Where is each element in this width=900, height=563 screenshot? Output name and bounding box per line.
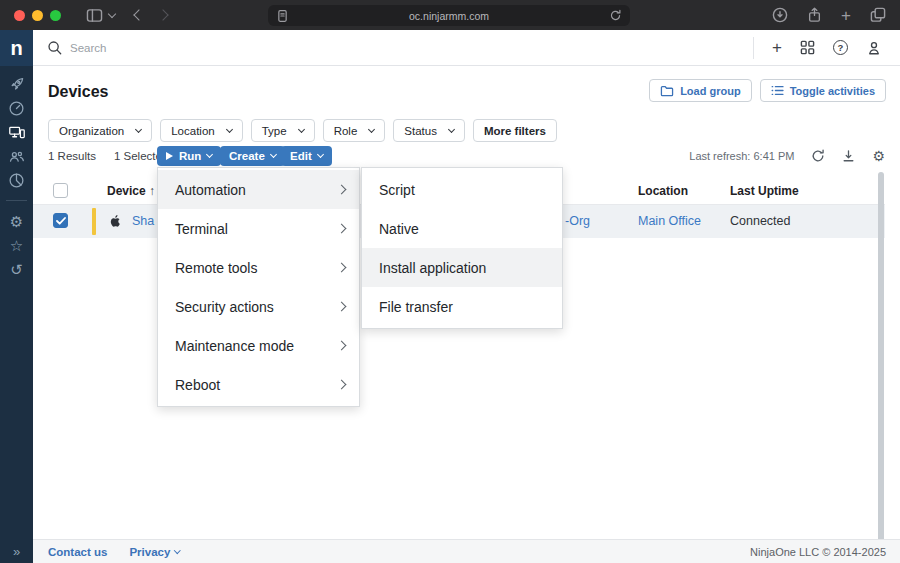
privacy-link[interactable]: Privacy xyxy=(129,546,179,558)
page-footer: Contact us Privacy NinjaOne LLC © 2014-2… xyxy=(33,539,900,563)
folder-icon xyxy=(660,85,674,97)
run-button[interactable]: Run xyxy=(157,146,221,166)
traffic-lights xyxy=(14,10,68,21)
chevron-down-icon xyxy=(226,125,233,132)
sidebar-nav: ⚙ ☆ ↺ » xyxy=(0,66,33,563)
apple-icon xyxy=(109,214,121,228)
chevron-right-icon xyxy=(337,341,347,351)
chevron-right-icon xyxy=(337,263,347,273)
chevron-down-icon xyxy=(448,125,455,132)
logo-letter: n xyxy=(10,38,22,58)
browser-chrome: oc.ninjarmm.com + xyxy=(0,0,900,30)
chevron-right-icon xyxy=(337,380,347,390)
chevron-right-icon xyxy=(337,185,347,195)
minimize-window-icon[interactable] xyxy=(32,10,43,21)
new-tab-icon[interactable]: + xyxy=(841,7,851,24)
filter-bar: Organization Location Type Role Status M… xyxy=(48,119,557,142)
apps-grid-icon[interactable] xyxy=(800,40,815,55)
refresh-icon[interactable] xyxy=(811,149,825,163)
status-severity-bar xyxy=(92,208,96,235)
more-filters-button[interactable]: More filters xyxy=(473,119,557,142)
menu-item-terminal[interactable]: Terminal xyxy=(158,209,359,248)
tab-overview-icon[interactable] xyxy=(870,7,886,23)
zoom-window-icon[interactable] xyxy=(50,10,61,21)
submenu-item-native[interactable]: Native xyxy=(362,209,562,248)
users-icon[interactable] xyxy=(0,144,33,168)
copyright-text: NinjaOne LLC © 2014-2025 xyxy=(750,546,900,558)
sidebar-menu-chevron-icon[interactable] xyxy=(108,9,116,17)
chevron-down-icon xyxy=(270,151,277,158)
device-column-header[interactable]: Device ↑ xyxy=(107,184,155,198)
create-button[interactable]: Create xyxy=(220,146,285,166)
search-input[interactable] xyxy=(70,42,370,54)
settings-gear-icon[interactable]: ⚙ xyxy=(0,209,33,233)
chevron-down-icon xyxy=(206,151,213,158)
screen: oc.ninjarmm.com + n xyxy=(0,0,900,563)
results-count: 1 Results xyxy=(48,150,96,162)
chevron-right-icon xyxy=(337,224,347,234)
chevron-down-icon xyxy=(174,547,180,553)
rocket-icon[interactable] xyxy=(0,72,33,96)
filter-status[interactable]: Status xyxy=(393,119,465,142)
app-topbar: + ? xyxy=(33,30,900,66)
chevron-down-icon xyxy=(317,151,324,158)
check-icon xyxy=(56,217,66,225)
filter-location[interactable]: Location xyxy=(160,119,242,142)
ninjaone-logo[interactable]: n xyxy=(0,30,33,66)
play-icon xyxy=(166,152,173,160)
menu-item-automation[interactable]: Automation xyxy=(158,170,359,209)
menu-item-reboot[interactable]: Reboot xyxy=(158,365,359,404)
menu-item-maintenance-mode[interactable]: Maintenance mode xyxy=(158,326,359,365)
chevron-down-icon xyxy=(298,125,305,132)
page-title: Devices xyxy=(48,83,109,101)
table-settings-gear-icon[interactable]: ⚙ xyxy=(872,149,885,163)
sort-asc-icon: ↑ xyxy=(149,184,155,198)
uptime-column-header[interactable]: Last Uptime xyxy=(730,184,799,198)
back-icon[interactable] xyxy=(133,9,144,20)
filter-role[interactable]: Role xyxy=(323,119,386,142)
history-icon[interactable]: ↺ xyxy=(0,257,33,281)
filter-type[interactable]: Type xyxy=(251,119,315,142)
automation-submenu: Script Native Install application File t… xyxy=(361,167,563,329)
dashboard-gauge-icon[interactable] xyxy=(0,96,33,120)
contact-us-link[interactable]: Contact us xyxy=(48,546,107,558)
device-name-link[interactable]: Sha xyxy=(132,214,154,228)
favorites-star-icon[interactable]: ☆ xyxy=(0,233,33,257)
select-all-checkbox[interactable] xyxy=(53,183,68,198)
sidebar-divider xyxy=(6,200,27,201)
vertical-scrollbar[interactable] xyxy=(878,172,884,542)
submenu-item-file-transfer[interactable]: File transfer xyxy=(362,287,562,326)
organization-link[interactable]: -Org xyxy=(565,214,590,228)
quick-add-icon[interactable]: + xyxy=(772,39,782,56)
user-profile-icon[interactable] xyxy=(866,40,882,56)
location-column-header[interactable]: Location xyxy=(638,184,688,198)
row-checkbox[interactable] xyxy=(53,213,68,228)
last-refresh-label: Last refresh: 6:41 PM xyxy=(689,150,794,162)
filter-organization[interactable]: Organization xyxy=(48,119,152,142)
menu-item-security-actions[interactable]: Security actions xyxy=(158,287,359,326)
toggle-activities-button[interactable]: Toggle activities xyxy=(760,79,886,102)
url-bar[interactable]: oc.ninjarmm.com xyxy=(268,5,630,26)
downloads-icon[interactable] xyxy=(772,7,788,23)
sidebar-toggle-icon[interactable] xyxy=(86,8,103,23)
chevron-down-icon xyxy=(368,125,375,132)
uptime-value: Connected xyxy=(730,214,790,228)
download-icon[interactable] xyxy=(842,149,855,163)
submenu-item-install-application[interactable]: Install application xyxy=(362,248,562,287)
load-group-button[interactable]: Load group xyxy=(649,79,752,102)
forward-icon[interactable] xyxy=(157,9,168,20)
submenu-item-script[interactable]: Script xyxy=(362,170,562,209)
sidebar-expand-icon[interactable]: » xyxy=(0,544,33,559)
devices-icon[interactable] xyxy=(0,120,33,144)
list-icon xyxy=(771,85,784,96)
close-window-icon[interactable] xyxy=(14,10,25,21)
reload-icon[interactable] xyxy=(609,9,622,22)
run-dropdown-menu: Automation Terminal Remote tools Securit… xyxy=(157,167,360,407)
chevron-down-icon xyxy=(135,125,142,132)
reports-pie-icon[interactable] xyxy=(0,168,33,192)
help-icon[interactable]: ? xyxy=(833,40,848,55)
menu-item-remote-tools[interactable]: Remote tools xyxy=(158,248,359,287)
share-icon[interactable] xyxy=(807,7,822,23)
location-link[interactable]: Main Office xyxy=(638,214,701,228)
edit-button[interactable]: Edit xyxy=(281,146,332,166)
